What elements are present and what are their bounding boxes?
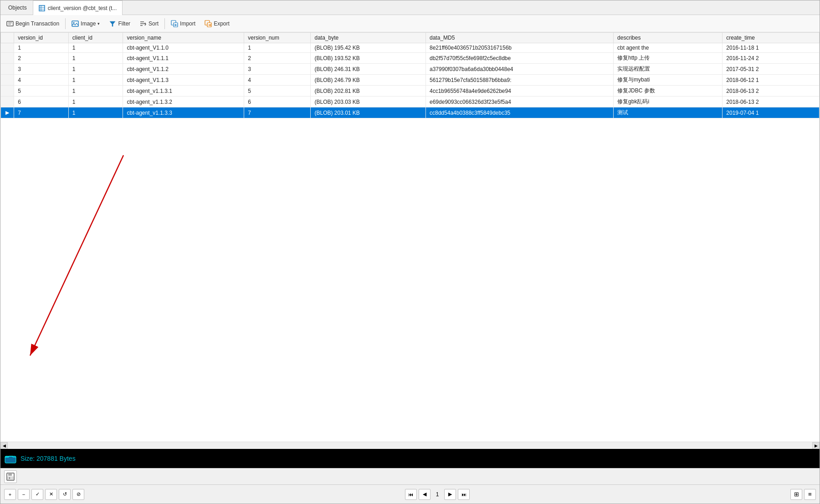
cell-version_num[interactable]: 7: [244, 107, 311, 118]
import-button[interactable]: Import: [167, 18, 200, 29]
cell-create_time[interactable]: 2018-06-12 1: [723, 75, 820, 86]
cell-data_byte[interactable]: (BLOB) 246.79 KB: [311, 75, 426, 86]
cell-version_name[interactable]: cbt-agent_V1.1.0: [123, 43, 244, 53]
begin-transaction-button[interactable]: Begin Transaction: [2, 18, 63, 29]
col-header-data-md5[interactable]: data_MD5: [426, 33, 614, 43]
cell-version_num[interactable]: 4: [244, 75, 311, 86]
cell-version_id[interactable]: 5: [14, 86, 69, 97]
image-button[interactable]: Image ▾: [67, 18, 104, 29]
cell-client_id[interactable]: 1: [68, 75, 123, 86]
sort-button[interactable]: Sort: [135, 18, 163, 29]
cell-describes[interactable]: 修复JDBC 参数: [614, 86, 723, 97]
cell-data_MD5[interactable]: cc8dd54a4b0388c3ff5849debc35: [426, 107, 614, 118]
next-page-button[interactable]: ▶: [444, 489, 456, 500]
cell-data_byte[interactable]: (BLOB) 202.81 KB: [311, 86, 426, 97]
col-header-version-id[interactable]: version_id: [14, 33, 69, 43]
tab-client-version[interactable]: client_version @cbt_test (t...: [33, 0, 123, 15]
cell-version_num[interactable]: 6: [244, 97, 311, 107]
save-button[interactable]: [4, 470, 17, 483]
cell-version_name[interactable]: cbt-agent_v1.1.3.1: [123, 86, 244, 97]
cell-data_MD5[interactable]: 561279b15e7cfa5015887b6bba9:: [426, 75, 614, 86]
add-row-button[interactable]: +: [4, 489, 16, 500]
cell-describes[interactable]: 测试: [614, 107, 723, 118]
cell-create_time[interactable]: 2018-06-13 2: [723, 97, 820, 107]
cell-create_time[interactable]: 2017-05-31 2: [723, 64, 820, 75]
filter-button[interactable]: Filter: [105, 18, 134, 29]
cell-version_num[interactable]: 2: [244, 53, 311, 64]
cell-data_byte[interactable]: (BLOB) 246.31 KB: [311, 64, 426, 75]
scroll-right-button[interactable]: ▶: [812, 442, 820, 449]
cancel-edit-button[interactable]: ✕: [45, 489, 57, 500]
cell-version_id[interactable]: 3: [14, 64, 69, 75]
cell-version_id[interactable]: 4: [14, 75, 69, 86]
cell-create_time[interactable]: 2019-07-04 1: [723, 107, 820, 118]
cell-data_byte[interactable]: (BLOB) 203.03 KB: [311, 97, 426, 107]
col-header-describes[interactable]: describes: [614, 33, 723, 43]
cell-client_id[interactable]: 1: [68, 97, 123, 107]
cell-data_MD5[interactable]: 8e21ff60e4036571b2053167156b: [426, 43, 614, 53]
last-page-button[interactable]: ⏭: [458, 489, 470, 500]
cell-describes[interactable]: 实现远程配置: [614, 64, 723, 75]
tab-objects[interactable]: Objects: [2, 0, 33, 15]
cell-client_id[interactable]: 1: [68, 86, 123, 97]
table-row[interactable]: 21cbt-agent_V1.1.12(BLOB) 193.52 KBdb2f5…: [1, 53, 820, 64]
table-row[interactable]: ▶71cbt-agent_v1.1.3.37(BLOB) 203.01 KBcc…: [1, 107, 820, 118]
list-view-button[interactable]: ≡: [804, 489, 816, 500]
export-button[interactable]: Export: [200, 18, 234, 29]
save-bar: [0, 468, 820, 484]
row-indicator: [1, 97, 14, 107]
cell-data_byte[interactable]: (BLOB) 193.52 KB: [311, 53, 426, 64]
scroll-left-button[interactable]: ◀: [0, 442, 8, 449]
remove-row-button[interactable]: −: [18, 489, 30, 500]
cell-client_id[interactable]: 1: [68, 107, 123, 118]
col-header-create-time[interactable]: create_time: [723, 33, 820, 43]
cell-data_MD5[interactable]: 4cc1b96556748a4e9de6262be94: [426, 86, 614, 97]
cell-version_num[interactable]: 5: [244, 86, 311, 97]
table-container[interactable]: version_id client_id version_name versio…: [0, 32, 820, 442]
cell-version_name[interactable]: cbt-agent_v1.1.3.3: [123, 107, 244, 118]
stop-button[interactable]: ⊘: [72, 489, 84, 500]
cell-version_name[interactable]: cbt-agent_V1.1.3: [123, 75, 244, 86]
cell-data_MD5[interactable]: db2f57d70f55c5fe698f2c5ec8dbe: [426, 53, 614, 64]
cell-describes[interactable]: 修复gbk乱码i: [614, 97, 723, 107]
cell-data_byte[interactable]: (BLOB) 195.42 KB: [311, 43, 426, 53]
cell-data_MD5[interactable]: e69de9093cc066326d3f23e5f5a4: [426, 97, 614, 107]
cell-describes[interactable]: 修复http 上传: [614, 53, 723, 64]
col-header-data-byte[interactable]: data_byte: [311, 33, 426, 43]
cell-create_time[interactable]: 2016-11-24 2: [723, 53, 820, 64]
table-row[interactable]: 61cbt-agent_v1.1.3.26(BLOB) 203.03 KBe69…: [1, 97, 820, 107]
col-header-version-name[interactable]: version_name: [123, 33, 244, 43]
table-row[interactable]: 31cbt-agent_V1.1.23(BLOB) 246.31 KBa3799…: [1, 64, 820, 75]
cell-data_MD5[interactable]: a37990f0307ba6a6da30bb0448e4: [426, 64, 614, 75]
prev-page-button[interactable]: ◀: [419, 489, 430, 500]
table-row[interactable]: 51cbt-agent_v1.1.3.15(BLOB) 202.81 KB4cc…: [1, 86, 820, 97]
cell-version_id[interactable]: 2: [14, 53, 69, 64]
scroll-track[interactable]: [8, 442, 812, 449]
cell-version_num[interactable]: 3: [244, 64, 311, 75]
cell-data_byte[interactable]: (BLOB) 203.01 KB: [311, 107, 426, 118]
first-page-button[interactable]: ⏮: [405, 489, 417, 500]
cell-create_time[interactable]: 2016-11-18 1: [723, 43, 820, 53]
cell-version_name[interactable]: cbt-agent_v1.1.3.2: [123, 97, 244, 107]
cell-client_id[interactable]: 1: [68, 43, 123, 53]
cell-create_time[interactable]: 2018-06-13 2: [723, 86, 820, 97]
cell-describes[interactable]: 修复与mybati: [614, 75, 723, 86]
col-header-version-num[interactable]: version_num: [244, 33, 311, 43]
horizontal-scrollbar[interactable]: ◀ ▶: [0, 442, 820, 449]
cell-version_id[interactable]: 6: [14, 97, 69, 107]
cell-version_name[interactable]: cbt-agent_V1.1.2: [123, 64, 244, 75]
table-row[interactable]: 41cbt-agent_V1.1.34(BLOB) 246.79 KB56127…: [1, 75, 820, 86]
table-row[interactable]: 11cbt-agent_V1.1.01(BLOB) 195.42 KB8e21f…: [1, 43, 820, 53]
col-header-client-id[interactable]: client_id: [68, 33, 123, 43]
image-label: Image: [81, 20, 96, 27]
confirm-button[interactable]: ✓: [31, 489, 43, 500]
cell-version_id[interactable]: 1: [14, 43, 69, 53]
cell-describes[interactable]: cbt agent the: [614, 43, 723, 53]
refresh-button[interactable]: ↺: [59, 489, 71, 500]
cell-version_name[interactable]: cbt-agent_V1.1.1: [123, 53, 244, 64]
cell-client_id[interactable]: 1: [68, 53, 123, 64]
grid-view-button[interactable]: ⊞: [790, 489, 802, 500]
cell-version_num[interactable]: 1: [244, 43, 311, 53]
cell-client_id[interactable]: 1: [68, 64, 123, 75]
cell-version_id[interactable]: 7: [14, 107, 69, 118]
